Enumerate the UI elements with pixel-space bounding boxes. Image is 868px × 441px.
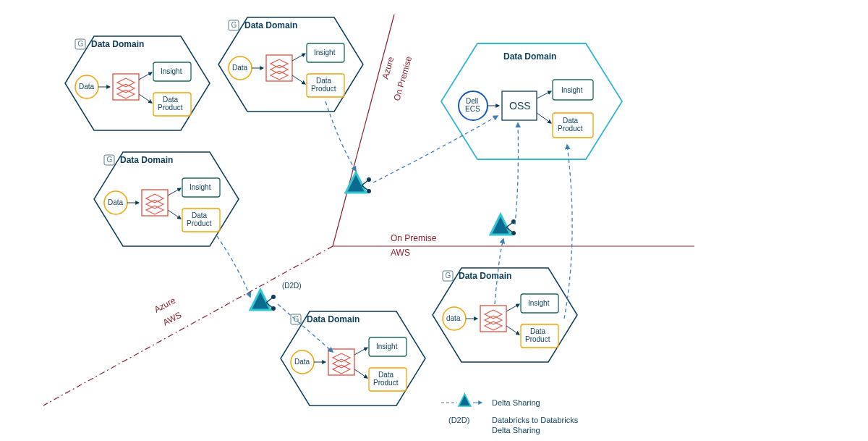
oss-domain-hex: Data Domain DellECS OSS Insight DataProd…	[441, 43, 622, 159]
data-domain-hex-2: G Data Domain Data Insight DataProduct	[94, 152, 239, 246]
svg-line-2	[43, 246, 333, 406]
insight-node: Insight	[528, 299, 550, 307]
svg-text:G: G	[231, 21, 237, 29]
data-node: Data	[232, 64, 248, 72]
domain-title: Data Domain	[244, 20, 297, 30]
svg-line-71	[266, 297, 273, 303]
svg-text:G: G	[78, 40, 84, 48]
insight-node: Insight	[376, 343, 398, 350]
delta-sharing-icon	[250, 290, 276, 311]
domain-title: Data Domain	[120, 155, 173, 165]
delta-sharing-icon	[346, 172, 371, 193]
oss-node: OSS	[509, 100, 531, 112]
data-domain-hex-1: G Data Domain Data Insight DataProduct	[218, 17, 363, 112]
d2d-annotation: (D2D)	[282, 282, 302, 290]
svg-text:G: G	[107, 156, 113, 164]
insight-node: Insight	[190, 183, 211, 191]
region-azure-aws-bottom: AWS	[161, 310, 183, 328]
domain-title: Data Domain	[503, 51, 556, 62]
data-node: data	[446, 314, 461, 322]
region-onpremise-aws-top: On Premise	[391, 233, 437, 243]
svg-line-67	[506, 222, 514, 227]
insight-node: Insight	[161, 67, 182, 75]
legend: Delta Sharing (D2D) Databricks to Databr…	[441, 394, 579, 434]
data-domain-hex-3: G Data Domain Data Insight DataProduct	[281, 311, 425, 406]
domain-title: Data Domain	[459, 271, 511, 281]
data-node: Data	[79, 83, 95, 91]
svg-text:G: G	[446, 272, 451, 280]
data-node: Data	[294, 358, 310, 366]
svg-line-63	[362, 180, 369, 185]
data-domain-hex-4: G Data Domain data Insight DataProduct	[433, 268, 577, 362]
legend-d2d-text: Databricks to DatabricksDelta Sharing	[492, 416, 579, 434]
data-domain-hex-0: G Data Domain Data Insight DataProduct	[65, 36, 210, 130]
data-node: Data	[108, 198, 124, 206]
delta-sharing-icon	[490, 214, 516, 235]
insight-node: Insight	[561, 86, 583, 94]
domain-title: Data Domain	[91, 39, 144, 49]
legend-d2d-tag: (D2D)	[448, 416, 469, 424]
insight-node: Insight	[314, 49, 336, 56]
domain-title: Data Domain	[307, 314, 359, 324]
dell-ecs-node: DellECS	[465, 97, 480, 113]
region-onpremise-aws-bottom: AWS	[391, 248, 410, 258]
legend-delta-sharing: Delta Sharing	[492, 398, 540, 407]
